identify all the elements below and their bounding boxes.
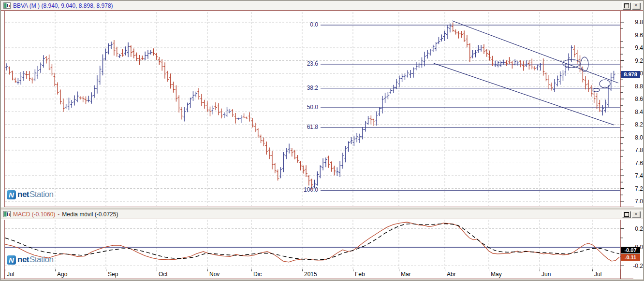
month-tick [399, 269, 399, 271]
chart-icon [3, 211, 11, 217]
price-chart-svg [1, 11, 643, 207]
titlebar-buttons: × [622, 211, 643, 218]
price-axis-label: 9.2 [622, 57, 643, 64]
trendline [452, 21, 618, 83]
price-axis-label: 9.8 [622, 19, 643, 26]
ellipse-annotation [593, 88, 600, 92]
price-axis-label: 8.8 [622, 83, 643, 90]
month-label: Sep [108, 271, 118, 278]
restore-icon [624, 3, 629, 8]
price-axis-label: 7.0 [622, 198, 643, 205]
macd-axis-label: 0.2 [622, 225, 643, 232]
month-tick [353, 269, 353, 271]
month-label: Nov [209, 271, 220, 278]
price-axis-label: 8.4 [622, 109, 643, 115]
month-label: Feb [355, 271, 365, 278]
price-axis-label: 9.4 [622, 44, 643, 51]
month-label: Dic [253, 271, 262, 278]
signal-line [5, 224, 619, 260]
month-label: May [491, 271, 502, 278]
macd-chart-area[interactable]: N net Station -0.07 -0.11 0.20.0-0.2 [1, 220, 643, 269]
axis-left-border [4, 269, 5, 279]
restore-button[interactable] [622, 2, 630, 9]
month-label: Oct [159, 271, 168, 278]
price-axis-label: 7.4 [622, 172, 643, 179]
month-label: Mar [401, 271, 411, 278]
titlebar-buttons: × [622, 2, 643, 9]
month-tick [540, 269, 540, 271]
month-label: Abr [447, 271, 456, 278]
month-tick [207, 269, 208, 271]
price-panel-title: BBVA (M ) (8.940, 9.040, 8.898, 8.978) [13, 2, 113, 9]
month-label: 2015 [304, 271, 317, 278]
month-tick [592, 269, 593, 271]
month-tick [157, 269, 157, 271]
macd-title-separator: - [58, 211, 59, 218]
netstation-window: BBVA (M ) (8.940, 9.040, 8.898, 8.978) ×… [0, 0, 644, 281]
price-axis-label: 8.6 [622, 96, 643, 102]
macd-title: MACD (-0.1060) [13, 211, 55, 218]
month-label: Ago [57, 271, 67, 278]
month-tick [251, 269, 252, 271]
month-tick [489, 269, 489, 271]
fibonacci-label: 100.0 [292, 186, 318, 193]
macd-panel-titlebar[interactable]: MACD (-0.1060) - Media móvil (-0.0725) × [1, 210, 643, 219]
month-tick [302, 269, 303, 271]
price-axis-label: 8.0 [622, 134, 643, 141]
time-axis: JulAgoSepOctNovDic2015FebMarAbrMayJunJul [1, 269, 633, 279]
fibonacci-label: 50.0 [292, 104, 318, 111]
fibonacci-label: 61.8 [292, 124, 318, 130]
media-movil-title: Media móvil (-0.0725) [62, 211, 118, 218]
month-label: Jun [542, 271, 551, 278]
restore-icon [624, 212, 629, 217]
fibonacci-label: 0.0 [292, 21, 318, 28]
fibonacci-label: 38.2 [292, 84, 318, 91]
window-resize-edge [1, 279, 643, 281]
ellipse-annotation [600, 80, 610, 88]
price-axis-label: 8.2 [622, 121, 643, 128]
month-tick [55, 269, 56, 271]
signal-value-tag: -0.07 [621, 247, 640, 253]
price-axis-label: 7.8 [622, 147, 643, 154]
macd-chart-svg [1, 220, 643, 269]
axis-right-border [620, 269, 621, 279]
price-chart-area[interactable]: N net Station 8.978 9.89.69.49.29.08.88.… [1, 11, 643, 207]
restore-button[interactable] [622, 211, 630, 218]
last-price-tag: 8.978 [621, 71, 640, 78]
close-icon: × [635, 3, 637, 8]
month-tick [445, 269, 445, 271]
macd-line [5, 222, 619, 262]
month-label: Jul [7, 271, 14, 278]
macd-axis-label: -0.2 [622, 263, 643, 269]
month-tick [106, 269, 106, 271]
close-icon: × [635, 212, 637, 216]
price-axis-label: 7.6 [622, 160, 643, 167]
macd-value-tag: -0.11 [621, 254, 640, 261]
price-axis-label: 7.2 [622, 185, 643, 192]
month-label: Jul [594, 271, 601, 278]
trendline [434, 63, 614, 125]
chart-icon [3, 2, 11, 9]
price-axis-label: 9.6 [622, 32, 643, 39]
month-tick [5, 269, 5, 271]
close-button[interactable]: × [632, 2, 640, 9]
price-panel-titlebar[interactable]: BBVA (M ) (8.940, 9.040, 8.898, 8.978) × [1, 1, 643, 11]
close-button[interactable]: × [632, 211, 640, 218]
fibonacci-label: 23.6 [292, 60, 318, 67]
